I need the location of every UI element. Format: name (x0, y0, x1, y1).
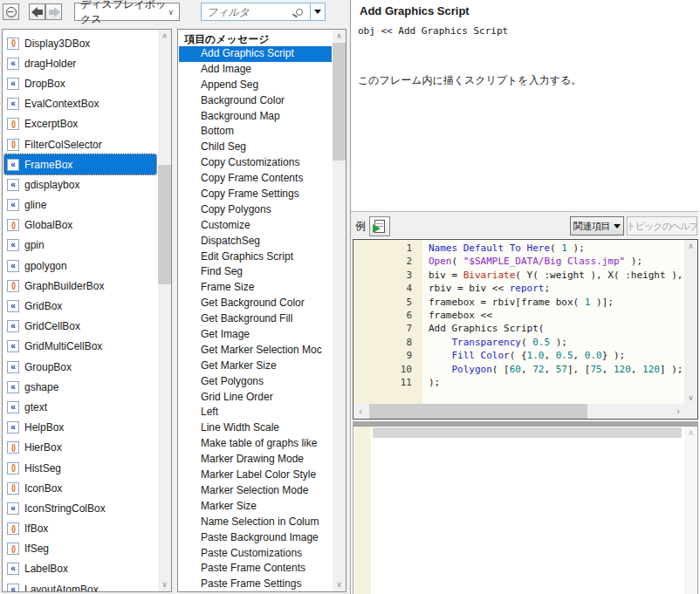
message-list-item[interactable]: Child Seg (179, 140, 332, 155)
class-list-item[interactable]: «GridCellBox (4, 317, 156, 337)
scrollbar-thumb[interactable] (158, 165, 171, 284)
scroll-down-icon[interactable]: ∨ (333, 578, 346, 591)
class-list-item[interactable]: «LabelBox (4, 559, 156, 579)
class-list-item[interactable]: «gpin (4, 236, 156, 256)
class-list-item[interactable]: «DropBox (4, 73, 156, 93)
code-vertical-scrollbar[interactable]: ∧ ∨ (684, 240, 697, 404)
message-list-item[interactable]: Frame Size (179, 280, 332, 296)
related-items-dropdown[interactable]: 関連項目 (570, 216, 624, 236)
message-list-item[interactable]: Customize (179, 218, 332, 234)
class-list-item[interactable]: ()HierBox (4, 438, 156, 458)
scroll-left-icon[interactable]: ‹ (353, 404, 367, 419)
class-list-item[interactable]: «gpolygon (4, 256, 156, 276)
syntax-line: obj << Add Graphics Script (358, 25, 508, 37)
message-list-item[interactable]: Copy Frame Contents (179, 171, 332, 187)
message-list-item[interactable]: Paste Frame Contents (179, 561, 332, 577)
message-list-item[interactable]: Make table of graphs like (179, 436, 332, 452)
class-list-item[interactable]: «LayoutAtomBox (4, 579, 156, 592)
filter-input[interactable] (202, 3, 296, 20)
message-list-item[interactable]: Line Width Scale (179, 420, 332, 436)
class-list-scrollbar[interactable]: ∧ ∨ (158, 30, 171, 591)
class-list-item[interactable]: ()GlobalBox (4, 215, 156, 236)
code-horizontal-scrollbar[interactable]: ‹ › (353, 404, 697, 419)
message-list-item[interactable]: Marker Selection Mode (179, 483, 332, 499)
message-list-item[interactable]: Grid Line Order (179, 390, 332, 406)
message-list-item[interactable]: Copy Polygons (179, 202, 332, 218)
class-list-item[interactable]: «gtext (4, 397, 156, 417)
message-list-item[interactable]: Get Polygons (179, 374, 332, 390)
topic-help-button[interactable]: トピックのヘルプ (627, 216, 697, 236)
message-list-item[interactable]: Edit Graphics Script (179, 249, 332, 265)
message-list-item[interactable]: Left (179, 405, 332, 420)
message-list-item[interactable]: Get Marker Selection Moc (179, 343, 332, 358)
scroll-right-icon[interactable]: › (671, 404, 685, 419)
class-list-item[interactable]: «GroupBox (4, 357, 156, 377)
run-script-button[interactable] (369, 216, 390, 236)
class-list-item[interactable]: ()IfBox (4, 519, 156, 539)
message-list-item[interactable]: Get Marker Size (179, 358, 332, 374)
message-list-item[interactable]: Bottom (179, 124, 332, 140)
message-list-item[interactable]: Get Image (179, 327, 332, 343)
class-list-item[interactable]: «gdisplaybox (4, 174, 156, 195)
class-list-item[interactable]: «gline (4, 195, 156, 215)
category-dropdown[interactable]: ディスプレイボックス ∨ (74, 3, 180, 21)
class-list-item[interactable]: ()IconBox (4, 478, 156, 498)
message-list-item[interactable]: Get Background Color (179, 296, 332, 311)
message-list-item[interactable]: Background Color (179, 93, 332, 109)
back-button[interactable] (29, 3, 45, 20)
class-list-item[interactable]: ()Display3DBox (4, 33, 156, 53)
class-list-item[interactable]: ()GraphBuilderBox (4, 276, 156, 296)
class-list-item-label: gdisplaybox (24, 179, 79, 191)
class-list-item-label: IfBox (24, 522, 48, 535)
caret-down-icon (614, 224, 621, 229)
class-list-item[interactable]: «GridBox (4, 296, 156, 316)
scroll-up-icon[interactable]: ∧ (158, 30, 171, 43)
scroll-up-icon[interactable]: ∧ (684, 428, 697, 437)
collapse-button[interactable] (3, 3, 19, 20)
class-list-item[interactable]: «EvalContextBox (4, 94, 156, 114)
scroll-down-icon[interactable]: ∨ (158, 578, 171, 591)
scrollbar-thumb[interactable] (333, 43, 346, 160)
message-list-item[interactable]: Add Image (179, 62, 332, 78)
class-list-item[interactable]: ()FilterColSelector (4, 134, 156, 154)
class-list-item[interactable]: «gshape (4, 377, 156, 397)
message-list-item[interactable]: Marker Size (179, 499, 332, 515)
class-list-item[interactable]: ()ExcerptBox (4, 114, 156, 134)
class-list-item-label: GridBox (24, 300, 62, 312)
scroll-down-icon[interactable]: ∨ (684, 392, 697, 404)
message-list-item[interactable]: DispatchSeg (179, 234, 332, 249)
class-list-item[interactable]: «FrameBox (4, 154, 156, 174)
chevron-icon: « (7, 421, 19, 434)
message-list-item[interactable]: Name Selection in Colum (179, 515, 332, 530)
output-scrollbar[interactable]: ∧ (684, 427, 697, 594)
output-panel[interactable]: ∧ (353, 426, 698, 594)
message-list-item[interactable]: Add Graphics Script (179, 46, 332, 62)
category-dropdown-value: ディスプレイボックス (80, 0, 168, 27)
example-code-editor[interactable]: 1Names Default To Here( 1 );2Open( "$SAM… (353, 239, 698, 420)
message-list-item[interactable]: Find Seg (179, 264, 332, 280)
message-list-item[interactable]: Marker Label Color Style (179, 468, 332, 483)
message-list-item[interactable]: Paste Frame Settings (179, 577, 332, 592)
class-list-item[interactable]: «GridMultiCellBox (4, 337, 156, 357)
scrollbar-thumb[interactable] (369, 404, 587, 419)
filter-options-button[interactable] (310, 3, 325, 20)
class-list-item[interactable]: «HelpBox (4, 418, 156, 438)
class-list-item[interactable]: «dragHolder (4, 53, 156, 73)
message-list-item[interactable]: Paste Background Image (179, 530, 332, 546)
message-list-item[interactable]: Get Background Fill (179, 311, 332, 327)
class-list-item-label: Display3DBox (24, 38, 90, 50)
message-list-item[interactable]: Marker Drawing Mode (179, 452, 332, 468)
message-list-scrollbar[interactable]: ∧ ∨ (333, 30, 346, 591)
chevron-icon: « (7, 300, 19, 312)
message-list-item[interactable]: Background Map (179, 109, 332, 125)
class-list-item[interactable]: ()HistSeg (4, 458, 156, 478)
message-list-item[interactable]: Copy Frame Settings (179, 187, 332, 202)
message-list-item[interactable]: Copy Customizations (179, 155, 332, 171)
class-list-item[interactable]: «IconStringColBox (4, 498, 156, 518)
message-list-item[interactable]: Paste Customizations (179, 546, 332, 562)
scroll-up-icon[interactable]: ∧ (333, 30, 346, 43)
class-list-item-label: IconStringColBox (24, 502, 106, 515)
class-list-item[interactable]: ()IfSeg (4, 539, 156, 559)
scroll-up-icon[interactable]: ∧ (684, 240, 697, 252)
message-list-item[interactable]: Append Seg (179, 78, 332, 93)
